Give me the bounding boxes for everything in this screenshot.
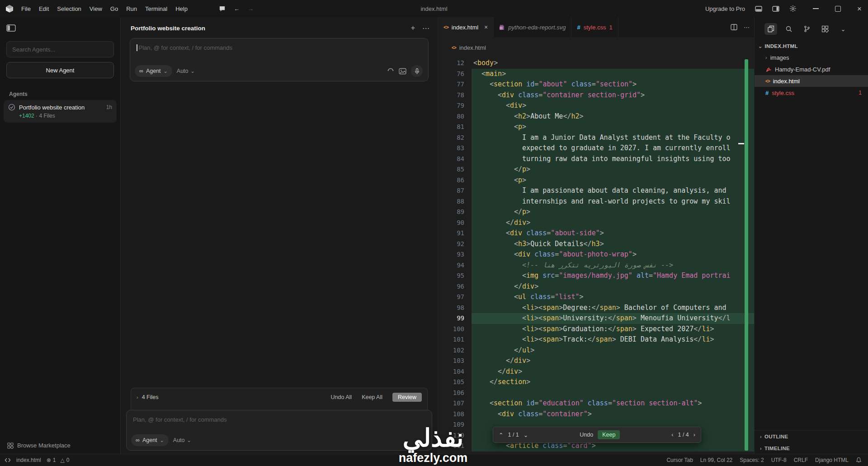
menu-help[interactable]: Help — [171, 5, 192, 12]
line-number[interactable]: 91 — [438, 228, 472, 239]
review-button[interactable]: Review — [392, 393, 422, 402]
agent-list-item[interactable]: Portfolio website creation 1h +1402 · 4 … — [4, 100, 117, 123]
line-number[interactable]: 89 — [438, 207, 472, 218]
menu-run[interactable]: Run — [122, 5, 141, 12]
minimize-icon[interactable] — [813, 8, 819, 9]
chevron-down-icon[interactable]: ⌄ — [837, 23, 849, 35]
line-number[interactable]: 100 — [438, 324, 472, 335]
tree-item-cv-pdf[interactable]: Hamdy-Emad-CV.pdf — [755, 63, 868, 75]
keep-change-button[interactable]: Keep — [598, 430, 620, 439]
indentation-status[interactable]: Spaces: 2 — [740, 457, 764, 463]
code-area[interactable]: 12<body>76<main>77<section id="about" cl… — [438, 58, 754, 454]
menu-selection[interactable]: Selection — [53, 5, 85, 12]
toggle-sidebar-icon[interactable] — [6, 24, 16, 32]
menu-view[interactable]: View — [85, 5, 106, 12]
cursor-tab-status[interactable]: Cursor Tab — [666, 457, 693, 463]
line-number[interactable]: 78 — [438, 90, 472, 101]
line-number[interactable]: 98 — [438, 303, 472, 314]
line-number[interactable]: 104 — [438, 366, 472, 377]
line-number[interactable]: 111 — [438, 441, 472, 452]
line-number[interactable]: 81 — [438, 122, 472, 133]
browse-marketplace-link[interactable]: Browse Marketplace — [7, 442, 71, 449]
chat-input-top[interactable]: Plan, @ for context, / for commands ∞ Ag… — [130, 38, 429, 81]
encoding-status[interactable]: UTF-8 — [771, 457, 787, 463]
bell-icon[interactable] — [856, 457, 862, 463]
status-file-label[interactable]: index.html — [16, 457, 41, 463]
language-mode-status[interactable]: Django HTML — [815, 457, 849, 463]
undo-all-button[interactable]: Undo All — [331, 394, 352, 400]
line-number[interactable]: 102 — [438, 345, 472, 356]
tree-item-images[interactable]: › images — [755, 52, 868, 63]
new-agent-button[interactable]: New Agent — [6, 62, 114, 78]
toggle-secondary-sidebar-icon[interactable] — [772, 5, 779, 12]
menu-go[interactable]: Go — [106, 5, 122, 12]
search-icon[interactable] — [783, 23, 795, 35]
line-number[interactable]: 80 — [438, 111, 472, 122]
breadcrumb[interactable]: <> index.html — [438, 37, 754, 58]
line-number[interactable]: 85 — [438, 164, 472, 175]
gear-icon[interactable] — [789, 5, 797, 12]
search-agents-field[interactable] — [11, 46, 109, 53]
line-number[interactable]: 79 — [438, 100, 472, 111]
menu-file[interactable]: File — [17, 5, 35, 12]
new-chat-icon[interactable]: + — [411, 24, 415, 33]
outline-section[interactable]: › OUTLINE — [755, 431, 868, 442]
tree-item-index-html[interactable]: <> index.html — [755, 75, 868, 87]
line-number[interactable]: 110 — [438, 430, 472, 441]
back-icon[interactable]: ← — [234, 5, 240, 12]
line-number[interactable]: 96 — [438, 281, 472, 292]
agent-mode-pill[interactable]: ∞ Agent ⌄ — [135, 65, 172, 77]
chat-input-bottom[interactable]: Plan, @ for context, / for commands ∞ Ag… — [126, 410, 432, 451]
line-number[interactable]: 109 — [438, 419, 472, 430]
line-number[interactable]: 83 — [438, 143, 472, 154]
line-number[interactable]: 101 — [438, 334, 472, 345]
toggle-panel-icon[interactable] — [755, 5, 762, 12]
line-number[interactable]: 99 — [438, 313, 472, 324]
line-number[interactable]: 108 — [438, 409, 472, 420]
remote-icon[interactable] — [5, 457, 11, 463]
microphone-icon[interactable] — [411, 65, 423, 77]
image-attach-icon[interactable] — [399, 68, 406, 75]
line-number[interactable]: 12 — [438, 58, 472, 69]
prev-change-icon[interactable]: ⌃ — [499, 432, 503, 438]
timeline-section[interactable]: › TIMELINE — [755, 442, 868, 454]
line-number[interactable]: 86 — [438, 175, 472, 186]
prev-file-icon[interactable]: ‹ — [671, 432, 673, 438]
tab-python-eda-report-svg[interactable]: python-eda-report.svg — [494, 17, 571, 37]
split-editor-icon[interactable] — [731, 24, 737, 30]
source-control-icon[interactable] — [801, 23, 813, 35]
agent-mode-pill[interactable]: ∞ Agent ⌄ — [131, 434, 169, 446]
line-number[interactable]: 84 — [438, 154, 472, 165]
next-change-icon[interactable]: ⌄ — [524, 432, 528, 438]
upgrade-to-pro-button[interactable]: Upgrade to Pro — [705, 5, 745, 12]
line-number[interactable]: 97 — [438, 292, 472, 303]
line-number[interactable]: 107 — [438, 398, 472, 409]
extensions-icon[interactable] — [819, 23, 831, 35]
more-actions-icon[interactable]: ⋯ — [744, 24, 750, 31]
chat-bubble-icon[interactable] — [219, 5, 226, 12]
line-number[interactable]: 93 — [438, 249, 472, 260]
more-options-icon[interactable]: ⋯ — [422, 24, 429, 33]
maximize-icon[interactable] — [835, 6, 841, 12]
cursor-position-status[interactable]: Ln 99, Col 22 — [700, 457, 732, 463]
line-number[interactable]: 106 — [438, 388, 472, 399]
line-number[interactable]: 105 — [438, 377, 472, 388]
tab-style-css[interactable]: # style.css 1 — [571, 17, 618, 37]
close-window-icon[interactable]: × — [857, 5, 862, 13]
menu-terminal[interactable]: Terminal — [141, 5, 171, 12]
changed-files-bar[interactable]: › 4 Files Undo All Keep All Review — [131, 388, 428, 410]
model-select[interactable]: Auto ⌄ — [177, 68, 195, 74]
eol-status[interactable]: CRLF — [794, 457, 808, 463]
forward-icon[interactable]: → — [248, 5, 254, 12]
line-number[interactable]: 95 — [438, 271, 472, 281]
keep-all-button[interactable]: Keep All — [362, 394, 382, 400]
tree-item-style-css[interactable]: # style.css 1 — [755, 87, 868, 99]
line-number[interactable]: 92 — [438, 239, 472, 250]
explorer-files-icon[interactable] — [764, 23, 777, 35]
line-number[interactable]: 87 — [438, 185, 472, 196]
diff-overview-ruler[interactable] — [745, 59, 748, 451]
explorer-root-folder[interactable]: ⌄ INDEX.HTML — [755, 41, 868, 52]
tab-index-html[interactable]: <> index.html × — [438, 17, 494, 37]
line-number[interactable]: 82 — [438, 133, 472, 143]
close-tab-icon[interactable]: × — [484, 24, 488, 31]
